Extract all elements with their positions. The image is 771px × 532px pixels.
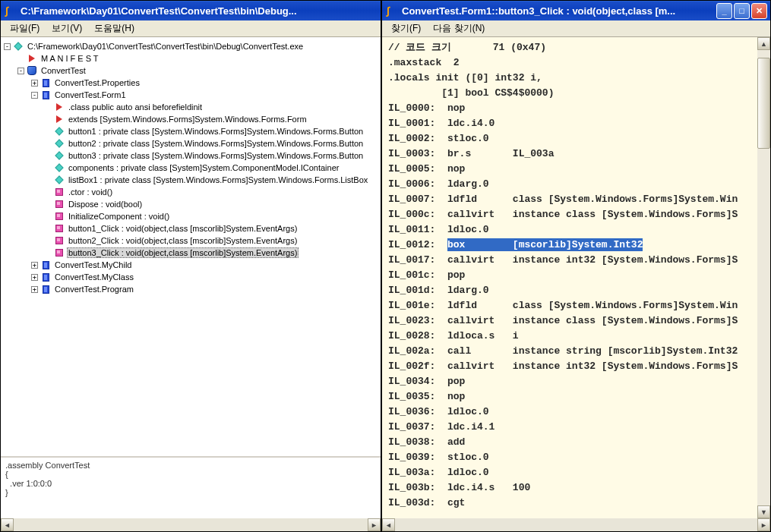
- tree-item[interactable]: InitializeComponent : void(): [42, 210, 381, 222]
- menu-find-next[interactable]: 다음 찾기(N): [427, 20, 491, 36]
- menu-file[interactable]: 파일(F): [4, 20, 46, 36]
- code-line[interactable]: IL_001e: ldfld class [System.Windows.For…: [388, 298, 751, 313]
- tree-item-label[interactable]: .class public auto ansi beforefieldinit: [67, 102, 204, 112]
- tree-item[interactable]: extends [System.Windows.Forms]System.Win…: [42, 113, 381, 125]
- tree-item[interactable]: components : private class [System]Syste…: [42, 162, 381, 174]
- scroll-thumb[interactable]: [757, 58, 770, 149]
- code-line[interactable]: IL_0023: callvirt instance class [System…: [388, 313, 751, 329]
- code-line[interactable]: .locals init ([0] int32 i,: [388, 71, 751, 86]
- app-icon: ∫: [387, 5, 399, 17]
- diamond-icon: [54, 175, 65, 185]
- code-line[interactable]: IL_001c: pop: [388, 268, 751, 283]
- tree-item-label[interactable]: button1 : private class [System.Windows.…: [67, 126, 365, 137]
- code-line[interactable]: IL_003a: ldloc.0: [388, 465, 751, 480]
- maximize-button[interactable]: □: [734, 3, 750, 19]
- tree-form1[interactable]: ConvertTest.Form1: [53, 90, 128, 100]
- scroll-up-icon[interactable]: ▲: [757, 37, 770, 50]
- v-scrollbar[interactable]: ▲ ▼: [757, 37, 770, 518]
- tree-item[interactable]: listBox1 : private class [System.Windows…: [42, 174, 381, 186]
- tree-item-label[interactable]: button2 : private class [System.Windows.…: [67, 138, 365, 149]
- code-line[interactable]: IL_0005: nop: [388, 162, 751, 177]
- menu-view[interactable]: 보기(V): [46, 20, 88, 36]
- tree-item[interactable]: .class public auto ansi beforefieldinit: [42, 101, 381, 113]
- h-scrollbar[interactable]: ◄ ►: [382, 518, 770, 531]
- tree-item-label[interactable]: InitializeComponent : void(): [67, 211, 171, 222]
- tree-item[interactable]: .ctor : void(): [42, 186, 381, 198]
- code-line[interactable]: IL_0028: ldloca.s i: [388, 329, 751, 344]
- tree-item-label[interactable]: button3_Click : void(object,class [mscor…: [67, 247, 299, 258]
- close-button[interactable]: ✕: [751, 3, 767, 19]
- code-line[interactable]: IL_0035: nop: [388, 389, 751, 405]
- code-line[interactable]: IL_002a: call instance string [mscorlib]…: [388, 344, 751, 359]
- tree-converttest[interactable]: ConvertTest: [39, 65, 87, 76]
- minimize-button[interactable]: _: [716, 3, 732, 19]
- toggle-icon[interactable]: -: [31, 92, 38, 99]
- toggle-icon[interactable]: -: [17, 68, 24, 74]
- tree-view[interactable]: - C:\Framework\Day01\ConvertTest\Convert…: [1, 37, 381, 458]
- left-title: C:\Framework\Day01\ConvertTest\ConvertTe…: [21, 5, 378, 17]
- code-line[interactable]: IL_0037: ldc.i4.1: [388, 420, 751, 435]
- tree-item-label[interactable]: listBox1 : private class [System.Windows…: [67, 175, 369, 185]
- code-line[interactable]: IL_0017: callvirt instance int32 [System…: [388, 253, 751, 268]
- code-line[interactable]: // 코드 크기 71 (0x47): [388, 40, 751, 55]
- left-titlebar[interactable]: ∫ C:\Framework\Day01\ConvertTest\Convert…: [1, 1, 381, 20]
- code-line[interactable]: IL_0039: stloc.0: [388, 450, 751, 465]
- code-line[interactable]: IL_0003: br.s IL_003a: [388, 146, 751, 162]
- toggle-icon[interactable]: +: [31, 286, 38, 293]
- tree-item-label[interactable]: button1_Click : void(object,class [mscor…: [67, 223, 299, 234]
- menu-find[interactable]: 찾기(F): [385, 20, 427, 36]
- tree-item-label[interactable]: components : private class [System]Syste…: [67, 162, 340, 173]
- code-line[interactable]: IL_0007: ldfld class [System.Windows.For…: [388, 192, 751, 207]
- code-line[interactable]: IL_0002: stloc.0: [388, 131, 751, 146]
- tree-item[interactable]: button1_Click : void(object,class [mscor…: [42, 222, 381, 235]
- scroll-right-icon[interactable]: ►: [757, 518, 770, 531]
- code-line[interactable]: IL_003d: cgt: [388, 496, 751, 511]
- scroll-right-icon[interactable]: ►: [368, 518, 381, 531]
- tree-item-label[interactable]: extends [System.Windows.Forms]System.Win…: [67, 114, 308, 124]
- toggle-icon[interactable]: +: [31, 262, 38, 269]
- tree-item-label[interactable]: .ctor : void(): [67, 187, 114, 197]
- scroll-down-icon[interactable]: ▼: [757, 505, 770, 518]
- right-titlebar[interactable]: ∫ ConvertTest.Form1::button3_Click : voi…: [382, 1, 770, 20]
- tree-item[interactable]: button2_Click : void(object,class [mscor…: [42, 235, 381, 247]
- tree-item-label[interactable]: button2_Click : void(object,class [mscor…: [67, 235, 299, 246]
- h-scrollbar[interactable]: ◄ ►: [1, 518, 381, 531]
- toggle-icon[interactable]: +: [31, 80, 38, 87]
- tree-mychild[interactable]: ConvertTest.MyChild: [53, 260, 133, 270]
- code-line[interactable]: IL_0036: ldloc.0: [388, 405, 751, 420]
- tree-item[interactable]: button1 : private class [System.Windows.…: [42, 125, 381, 137]
- scroll-left-icon[interactable]: ◄: [382, 518, 395, 531]
- tree-root[interactable]: C:\Framework\Day01\ConvertTest\ConvertTe…: [26, 41, 305, 52]
- toggle-icon[interactable]: +: [31, 274, 38, 281]
- code-line[interactable]: IL_0034: pop: [388, 374, 751, 389]
- tree-item[interactable]: button3 : private class [System.Windows.…: [42, 150, 381, 162]
- scroll-left-icon[interactable]: ◄: [1, 518, 14, 531]
- tree-item[interactable]: Dispose : void(bool): [42, 198, 381, 210]
- code-line[interactable]: IL_002f: callvirt instance int32 [System…: [388, 359, 751, 374]
- tree-manifest[interactable]: M A N I F E S T: [39, 53, 100, 64]
- namespace-icon: [40, 90, 51, 100]
- code-line[interactable]: .maxstack 2: [388, 55, 751, 71]
- tree-program[interactable]: ConvertTest.Program: [53, 284, 135, 294]
- code-line[interactable]: IL_0001: ldc.i4.0: [388, 116, 751, 131]
- code-line[interactable]: IL_0012: box [mscorlib]System.Int32: [388, 238, 751, 253]
- tree-myclass[interactable]: ConvertTest.MyClass: [53, 272, 135, 282]
- code-line[interactable]: IL_003b: ldc.i4.s 100: [388, 480, 751, 496]
- menu-help[interactable]: 도움말(H): [88, 20, 141, 36]
- assembly-text[interactable]: .assembly ConvertTest { .ver 1:0:0:0 }: [1, 458, 381, 500]
- toggle-icon[interactable]: -: [4, 43, 11, 50]
- code-view[interactable]: // 코드 크기 71 (0x47).maxstack 2.locals ini…: [382, 37, 770, 518]
- tree-item-label[interactable]: button3 : private class [System.Windows.…: [67, 150, 365, 161]
- tree-item[interactable]: button3_Click : void(object,class [mscor…: [42, 247, 381, 259]
- tree-properties[interactable]: ConvertTest.Properties: [53, 77, 141, 88]
- tree-item-label[interactable]: Dispose : void(bool): [67, 199, 144, 209]
- code-line[interactable]: IL_0000: nop: [388, 101, 751, 116]
- code-line[interactable]: IL_0038: add: [388, 435, 751, 450]
- tree-item[interactable]: button2 : private class [System.Windows.…: [42, 137, 381, 150]
- code-line[interactable]: IL_0011: ldloc.0: [388, 222, 751, 238]
- code-line[interactable]: IL_0006: ldarg.0: [388, 177, 751, 192]
- code-line[interactable]: IL_000c: callvirt instance class [System…: [388, 207, 751, 222]
- code-line[interactable]: [1] bool CS$4$0000): [388, 86, 751, 101]
- scroll-track[interactable]: [757, 50, 770, 505]
- code-line[interactable]: IL_001d: ldarg.0: [388, 283, 751, 298]
